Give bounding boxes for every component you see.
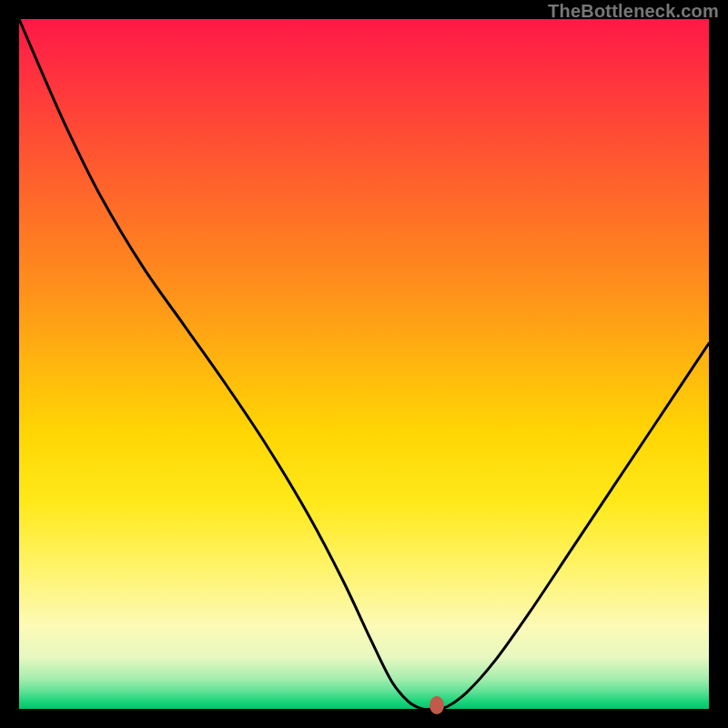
watermark-text: TheBottleneck.com <box>548 1 719 22</box>
optimal-point-marker <box>430 696 444 714</box>
curve-path <box>19 19 709 710</box>
bottleneck-curve <box>19 19 709 709</box>
chart-frame: TheBottleneck.com <box>0 0 728 728</box>
